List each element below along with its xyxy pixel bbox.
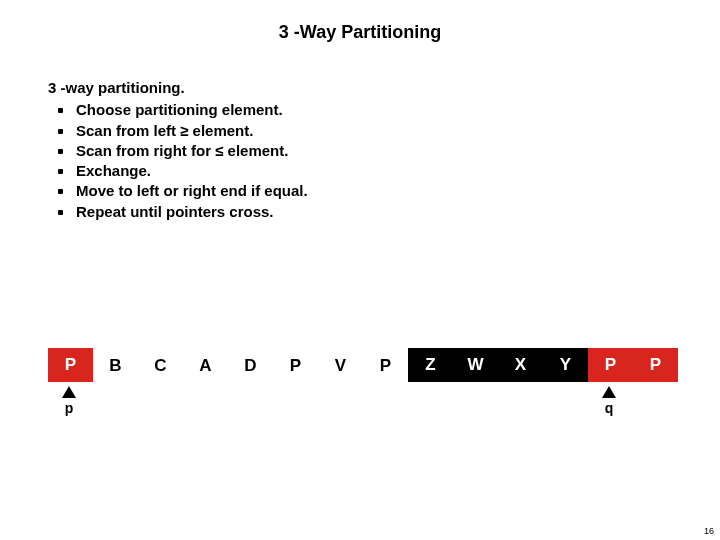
pointer-label: p [62, 400, 76, 416]
array-row: P B C A D P V P Z W X Y P P [48, 348, 678, 382]
pointer-label: q [602, 400, 616, 416]
array-cell: P [273, 348, 318, 382]
array-cell: Y [543, 348, 588, 382]
array-cell: B [93, 348, 138, 382]
bullet-list: Choose partitioning element. Scan from l… [48, 100, 308, 222]
array-cell: Z [408, 348, 453, 382]
bullet-item: Repeat until pointers cross. [48, 202, 308, 222]
bullet-item: Exchange. [48, 161, 308, 181]
bullet-item: Scan from left ≥ element. [48, 121, 308, 141]
pointer-row: p q [48, 386, 678, 436]
array-cell: P [588, 348, 633, 382]
bullet-item: Scan from right for ≤ element. [48, 141, 308, 161]
section-heading: 3 -way partitioning. [48, 78, 308, 98]
pointer-q: q [602, 386, 616, 416]
arrow-up-icon [62, 386, 76, 398]
bullet-item: Move to left or right end if equal. [48, 181, 308, 201]
bullet-item: Choose partitioning element. [48, 100, 308, 120]
page-number: 16 [704, 526, 714, 536]
array-cell: C [138, 348, 183, 382]
array-cell: P [633, 348, 678, 382]
array-cell: A [183, 348, 228, 382]
pointer-p: p [62, 386, 76, 416]
arrow-up-icon [602, 386, 616, 398]
array-cell: V [318, 348, 363, 382]
array-cell: X [498, 348, 543, 382]
array-cell: W [453, 348, 498, 382]
content-block: 3 -way partitioning. Choose partitioning… [48, 78, 308, 222]
slide-title: 3 -Way Partitioning [0, 0, 720, 43]
array-cell: D [228, 348, 273, 382]
array-cell: P [48, 348, 93, 382]
array-cell: P [363, 348, 408, 382]
